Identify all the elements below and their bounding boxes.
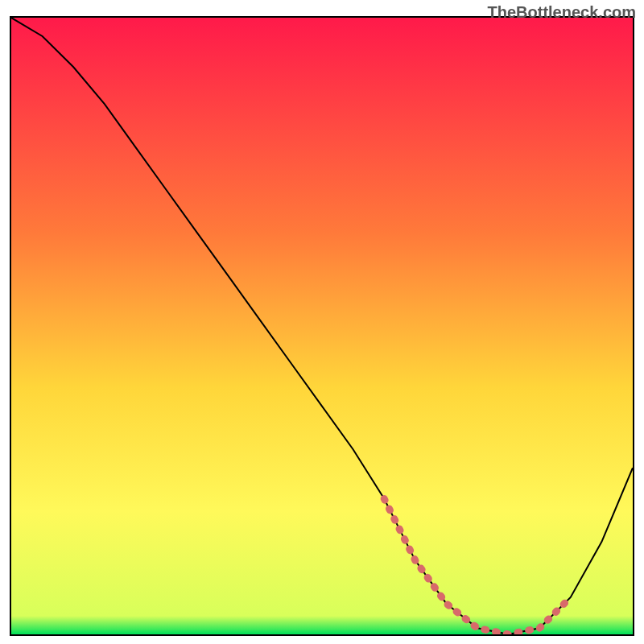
chart-svg — [11, 18, 633, 634]
watermark-text: TheBottleneck.com — [488, 3, 636, 22]
gradient-background — [11, 18, 633, 634]
bottleneck-chart — [10, 16, 634, 636]
